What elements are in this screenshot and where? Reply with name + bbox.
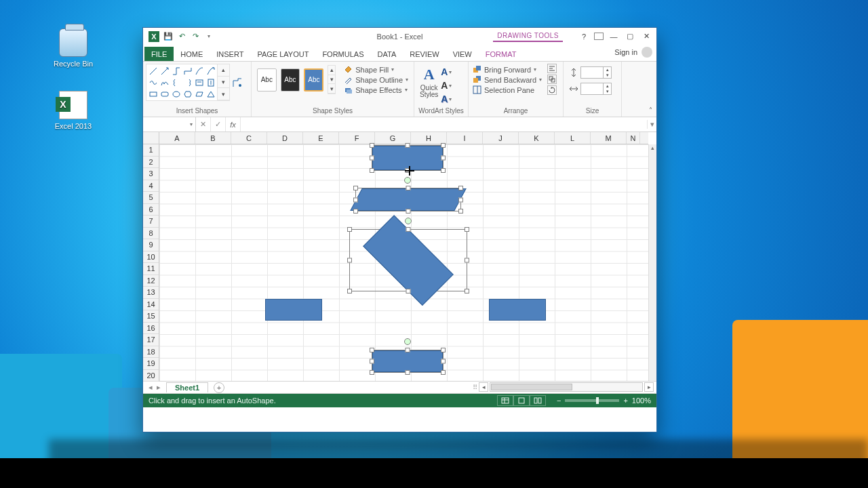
- row-header[interactable]: 12: [143, 275, 159, 287]
- resize-handle[interactable]: [441, 143, 446, 148]
- shape-style-3[interactable]: Abc: [304, 68, 323, 92]
- col-header[interactable]: C: [231, 132, 267, 144]
- title-bar[interactable]: X 💾 ↶ ↷ ▾ Book1 - Excel DRAWING TOOLS ? …: [143, 28, 656, 45]
- col-header[interactable]: E: [303, 132, 339, 144]
- flowchart-process-shape[interactable]: [265, 299, 322, 321]
- excel-shortcut-icon[interactable]: Excel 2013: [47, 91, 99, 130]
- resize-handle[interactable]: [465, 258, 469, 263]
- resize-handle[interactable]: [458, 197, 463, 202]
- select-all-corner[interactable]: [143, 132, 159, 144]
- resize-handle[interactable]: [370, 168, 374, 173]
- text-fill-button[interactable]: A▾: [441, 66, 452, 77]
- row-header[interactable]: 15: [143, 310, 159, 323]
- shape-ellipse-icon[interactable]: [171, 89, 181, 99]
- recycle-bin-icon[interactable]: Recycle Bin: [47, 28, 99, 68]
- row-header[interactable]: 13: [143, 287, 159, 299]
- col-header[interactable]: K: [519, 132, 555, 144]
- row-header[interactable]: 20: [143, 370, 159, 382]
- shape-vtextbox-icon[interactable]: [205, 77, 216, 87]
- send-backward-button[interactable]: Send Backward ▾: [473, 75, 542, 84]
- shape-effects-button[interactable]: Shape Effects ▾: [344, 85, 408, 94]
- undo-icon[interactable]: ↶: [177, 32, 186, 41]
- name-box[interactable]: ▾: [143, 117, 196, 131]
- page-break-view-button[interactable]: [530, 395, 546, 406]
- tab-home[interactable]: HOME: [174, 47, 210, 61]
- flowchart-process-shape[interactable]: [489, 299, 546, 321]
- resize-handle[interactable]: [347, 227, 352, 232]
- resize-handle[interactable]: [406, 227, 411, 232]
- scroll-left-icon[interactable]: ◂: [479, 382, 488, 392]
- shape-triangle-icon[interactable]: [205, 89, 216, 99]
- tab-format[interactable]: FORMAT: [479, 47, 524, 61]
- zoom-level[interactable]: 100%: [632, 396, 651, 405]
- shape-scribble-icon[interactable]: [159, 77, 170, 87]
- minimize-button[interactable]: —: [608, 31, 620, 42]
- resize-handle[interactable]: [347, 258, 352, 263]
- bring-forward-button[interactable]: Bring Forward ▾: [473, 65, 542, 74]
- row-header[interactable]: 19: [143, 358, 159, 370]
- sheet-nav-next-icon[interactable]: ▸: [157, 383, 161, 392]
- sheet-nav-prev-icon[interactable]: ◂: [149, 383, 153, 392]
- flowchart-data-shape[interactable]: [356, 188, 460, 211]
- zoom-out-button[interactable]: −: [557, 396, 561, 405]
- gallery-down-icon[interactable]: ▾: [218, 77, 229, 89]
- col-header[interactable]: A: [159, 132, 195, 144]
- tab-view[interactable]: VIEW: [446, 47, 479, 61]
- resize-handle[interactable]: [458, 186, 463, 190]
- text-outline-button[interactable]: A▾: [441, 80, 452, 91]
- resize-handle[interactable]: [406, 289, 411, 293]
- shape-fill-button[interactable]: Shape Fill ▾: [344, 65, 408, 74]
- col-header[interactable]: B: [195, 132, 231, 144]
- flowchart-process-shape[interactable]: [372, 350, 443, 372]
- rotation-handle-icon[interactable]: [404, 177, 411, 184]
- save-icon[interactable]: 💾: [163, 32, 173, 41]
- resize-handle[interactable]: [370, 348, 374, 352]
- resize-handle[interactable]: [370, 143, 374, 148]
- resize-handle[interactable]: [353, 209, 358, 214]
- horizontal-scrollbar[interactable]: ⠿ ◂ ▸: [473, 382, 654, 392]
- qat-customize-icon[interactable]: ▾: [204, 32, 214, 41]
- enter-formula-icon[interactable]: ✓: [211, 117, 226, 131]
- resize-handle[interactable]: [458, 209, 463, 214]
- flowchart-decision-shape[interactable]: [350, 230, 467, 291]
- shape-textbox-icon[interactable]: [194, 77, 204, 87]
- sign-in-link[interactable]: Sign in: [614, 48, 637, 56]
- resize-handle[interactable]: [406, 370, 410, 375]
- row-header[interactable]: 17: [143, 334, 159, 346]
- normal-view-button[interactable]: [497, 395, 513, 406]
- width-up-icon[interactable]: ▴: [603, 83, 611, 89]
- resize-handle[interactable]: [353, 197, 358, 202]
- align-button[interactable]: [547, 64, 557, 73]
- rotate-button[interactable]: [547, 85, 557, 95]
- shape-curved-arrow-icon[interactable]: [205, 66, 216, 76]
- shape-brace-icon[interactable]: [171, 77, 181, 87]
- row-headers[interactable]: 1 2 3 4 5 6 7 8 9 10 11 12 13 14 15 16 1…: [143, 144, 159, 381]
- tab-review[interactable]: REVIEW: [403, 47, 446, 61]
- row-header[interactable]: 1: [143, 144, 159, 157]
- shape-outline-button[interactable]: Shape Outline ▾: [344, 75, 408, 84]
- tab-insert[interactable]: INSERT: [210, 47, 250, 61]
- new-sheet-button[interactable]: +: [214, 382, 224, 393]
- group-button[interactable]: [547, 75, 557, 84]
- styles-up-icon[interactable]: ▴: [328, 66, 335, 75]
- selection-pane-button[interactable]: Selection Pane: [473, 85, 542, 94]
- tab-file[interactable]: FILE: [144, 47, 174, 61]
- row-header[interactable]: 10: [143, 251, 159, 264]
- col-header[interactable]: F: [339, 132, 375, 144]
- row-header[interactable]: 3: [143, 168, 159, 180]
- shape-brace2-icon[interactable]: [182, 77, 193, 87]
- width-down-icon[interactable]: ▾: [603, 89, 611, 94]
- col-header[interactable]: I: [447, 132, 483, 144]
- collapse-ribbon-icon[interactable]: ˄: [649, 106, 652, 114]
- text-effects-button[interactable]: A▾: [441, 94, 452, 104]
- gallery-more-icon[interactable]: ▾: [218, 88, 229, 100]
- tab-data[interactable]: DATA: [371, 47, 403, 61]
- ribbon-display-button[interactable]: [594, 33, 604, 40]
- shapes-gallery[interactable]: ▴ ▾ ▾: [146, 64, 248, 101]
- zoom-in-button[interactable]: +: [623, 396, 627, 405]
- rotation-handle-icon[interactable]: [404, 338, 411, 345]
- scroll-thumb[interactable]: [491, 384, 572, 390]
- tab-formulas[interactable]: FORMULAS: [315, 47, 370, 61]
- row-header[interactable]: 5: [143, 192, 159, 204]
- shape-line-icon[interactable]: [148, 66, 158, 76]
